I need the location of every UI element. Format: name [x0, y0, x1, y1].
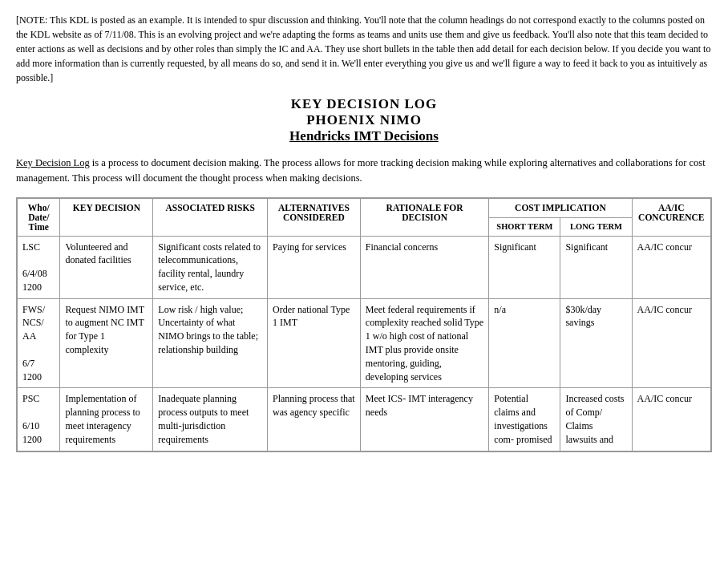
intro-rest: is a process to document decision making…: [16, 157, 706, 184]
cell-who: PSC 6/10 1200: [18, 388, 60, 451]
col-risks: ASSOCIATED RISKS: [153, 198, 268, 236]
table-row: LSC 6/4/08 1200Volunteered and donated f…: [18, 236, 711, 298]
cell-rationale: Financial concerns: [360, 236, 488, 298]
cell-key: Request NIMO IMT to augment NC IMT for T…: [60, 298, 153, 388]
col-key: KEY DECISION: [60, 198, 153, 236]
note-text: [NOTE: This KDL is posted as an example.…: [16, 13, 712, 85]
col-who: Who/ Date/ Time: [18, 198, 60, 236]
cell-risks: Inadequate planning process outputs to m…: [153, 388, 268, 451]
cell-long: $30k/day savings: [560, 298, 632, 388]
table-row: PSC 6/10 1200Implementation of planning …: [18, 388, 711, 451]
cell-risks: Low risk / high value; Uncertainty of wh…: [153, 298, 268, 388]
main-table-wrapper: Who/ Date/ Time KEY DECISION ASSOCIATED …: [16, 197, 712, 452]
cell-alt: Paying for services: [267, 236, 360, 298]
intro-paragraph: Key Decision Log is a process to documen…: [16, 156, 712, 186]
cell-short: Significant: [489, 236, 560, 298]
col-rationale: RATIONALE FOR DECISION: [360, 198, 488, 236]
title-section: KEY DECISION LOG PHOENIX NIMO Hendricks …: [16, 96, 712, 144]
title-line1: KEY DECISION LOG: [16, 96, 712, 112]
col-aa: AA/IC CONCURENCE: [632, 198, 710, 236]
cell-who: FWS/ NCS/ AA 6/7 1200: [18, 298, 60, 388]
kdl-link[interactable]: Key Decision Log: [16, 157, 90, 168]
cell-rationale: Meet ICS- IMT interagency needs: [360, 388, 488, 451]
cell-short: n/a: [489, 298, 560, 388]
cell-long: Increased costs of Comp/ Claims lawsuits…: [560, 388, 632, 451]
cell-aa: AA/IC concur: [632, 236, 710, 298]
cell-key: Volunteered and donated facilities: [60, 236, 153, 298]
cell-who: LSC 6/4/08 1200: [18, 236, 60, 298]
cell-aa: AA/IC concur: [632, 298, 710, 388]
cell-alt: Order national Type 1 IMT: [267, 298, 360, 388]
table-row: FWS/ NCS/ AA 6/7 1200Request NIMO IMT to…: [18, 298, 711, 388]
table-header-row: Who/ Date/ Time KEY DECISION ASSOCIATED …: [18, 198, 711, 217]
cell-risks: Significant costs related to telecommuni…: [153, 236, 268, 298]
cell-rationale: Meet federal requirements if complexity …: [360, 298, 488, 388]
col-long: LONG TERM: [560, 217, 632, 236]
cell-short: Potential claims and investigations com-…: [489, 388, 560, 451]
key-decision-log-table: Who/ Date/ Time KEY DECISION ASSOCIATED …: [17, 198, 711, 451]
title-line2: PHOENIX NIMO: [16, 112, 712, 128]
col-cost-group: COST IMPLICATION: [489, 198, 632, 217]
col-short: SHORT TERM: [489, 217, 560, 236]
cell-aa: AA/IC concur: [632, 388, 710, 451]
title-line3: Hendricks IMT Decisions: [16, 128, 712, 144]
cell-long: Significant: [560, 236, 632, 298]
cell-key: Implementation of planning process to me…: [60, 388, 153, 451]
col-alt: ALTERNATIVES CONSIDERED: [267, 198, 360, 236]
table-body: LSC 6/4/08 1200Volunteered and donated f…: [18, 236, 711, 451]
cell-alt: Planning process that was agency specifi…: [267, 388, 360, 451]
